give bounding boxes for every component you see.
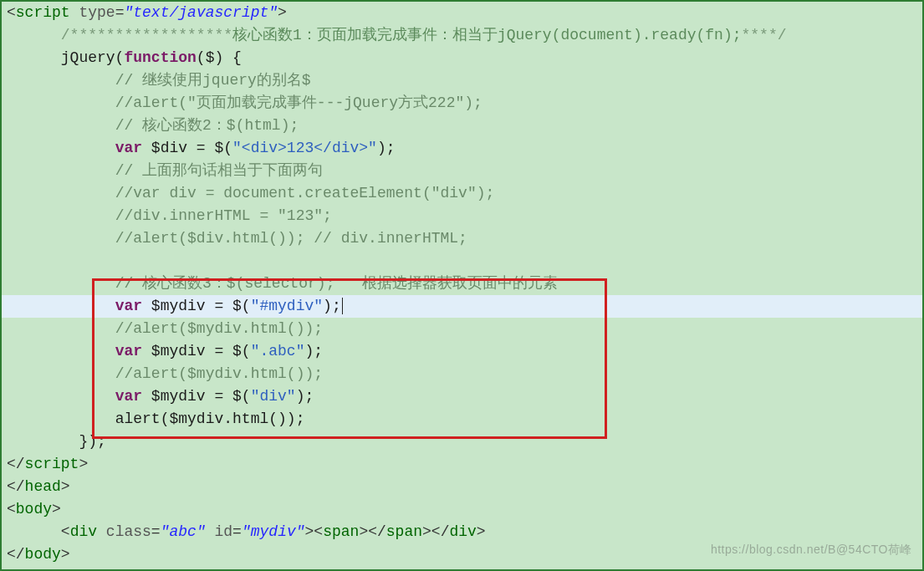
angle-open: < xyxy=(7,4,16,21)
code-line-11: //alert($div.html()); // div.innerHTML; xyxy=(2,227,922,250)
code-line-2: /******************核心函数1：页面加载完成事件：相当于jQu… xyxy=(2,24,922,47)
code-line-15: //alert($mydiv.html()); xyxy=(2,318,922,340)
watermark-text: https://blog.csdn.net/B@54CTO荷峰 xyxy=(711,538,912,561)
code-line-5: //alert("页面加载完成事件---jQuery方式222"); xyxy=(2,92,922,115)
code-line-23: <body> xyxy=(2,498,922,521)
code-line-20: }); xyxy=(2,431,922,453)
code-line-13: // 核心函数3：$(selector); 根据选择器获取页面中的元素 xyxy=(2,273,922,295)
code-line-17: //alert($mydiv.html()); xyxy=(2,363,922,385)
code-line-22: </head> xyxy=(2,476,922,498)
code-line-16: var $mydiv = $(".abc"); xyxy=(2,340,922,363)
code-line-19: alert($mydiv.html()); xyxy=(2,408,922,431)
code-line-8: // 上面那句话相当于下面两句 xyxy=(2,160,922,182)
code-line-3: jQuery(function($) { xyxy=(2,47,922,69)
code-line-14-highlighted: var $mydiv = $("#mydiv"); xyxy=(2,295,922,318)
text-cursor xyxy=(342,298,343,314)
code-line-7: var $div = $("<div>123</div>"); xyxy=(2,137,922,160)
code-line-12 xyxy=(2,250,922,273)
code-line-1: <script type="text/javascript"> xyxy=(2,2,922,24)
code-line-18: var $mydiv = $("div"); xyxy=(2,385,922,408)
attr-value: "text/javascript" xyxy=(124,4,278,21)
tag-name: script xyxy=(16,4,70,21)
code-line-6: // 核心函数2：$(html); xyxy=(2,115,922,137)
code-line-21: </script> xyxy=(2,453,922,476)
attr-name: type xyxy=(79,4,115,21)
code-line-9: //var div = document.createElement("div"… xyxy=(2,182,922,205)
code-line-10: //div.innerHTML = "123"; xyxy=(2,205,922,227)
code-line-4: // 继续使用jquery的别名$ xyxy=(2,69,922,92)
